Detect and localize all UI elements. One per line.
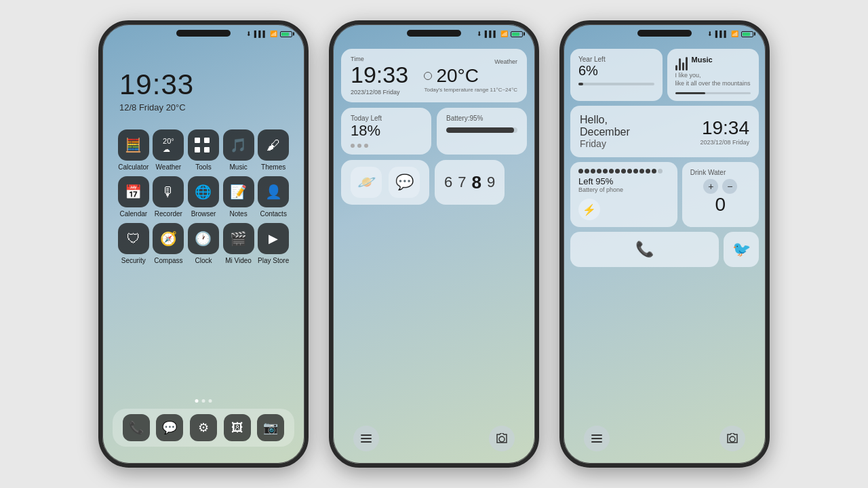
flash-icon: ⚡: [578, 199, 600, 220]
clock-icon: 🕐: [188, 223, 219, 254]
app-tools[interactable]: Tools: [186, 129, 221, 171]
year-progress-fill: [578, 83, 583, 85]
app-recorder[interactable]: 🎙 Recorder: [151, 176, 186, 218]
music-header: Music: [675, 56, 751, 70]
widget-date: 2023/12/08 Friday: [351, 89, 408, 96]
page-dot-2: [202, 399, 205, 403]
time-section-p3: 19:34 2023/12/08 Friday: [700, 117, 749, 146]
calculator-label: Calculator: [118, 163, 149, 171]
app-music[interactable]: 🎵 Music: [221, 129, 256, 171]
app-playstore[interactable]: ▶ Play Store: [256, 223, 291, 264]
dock-messages[interactable]: 💬: [156, 414, 183, 441]
app-calendar[interactable]: 📅 Calendar: [116, 176, 151, 218]
app-security[interactable]: 🛡 Security: [116, 223, 151, 264]
app-calculator[interactable]: 🧮 Calculator: [116, 129, 151, 171]
chat-app-icon[interactable]: 💬: [389, 167, 420, 198]
dock-camera[interactable]: 📷: [257, 414, 284, 441]
dot-3: [364, 144, 368, 148]
menu-button-3[interactable]: [584, 426, 610, 451]
signal-icon: ▌▌▌: [254, 30, 267, 37]
bdot-1: [578, 169, 583, 174]
bdot-14: [658, 169, 663, 174]
today-dots: [351, 144, 422, 148]
mivideo-icon: 🎬: [223, 223, 254, 254]
p3-clock: 19:34: [700, 117, 749, 139]
drink-minus-button[interactable]: −: [722, 179, 737, 194]
signal-icon-2: ▌▌▌: [485, 30, 498, 37]
bdot-9: [627, 169, 632, 174]
phone3-bottom-bar: [564, 426, 766, 451]
dock-settings[interactable]: ⚙: [190, 414, 217, 441]
app-clock[interactable]: 🕐 Clock: [186, 223, 221, 264]
battery-title: Battery:95%: [446, 115, 517, 122]
temp-range: Today's temperature range 11°C~24°C: [424, 87, 517, 93]
hello-time-widget: Hello, December Friday 19:34 2023/12/08 …: [570, 106, 759, 157]
app-mivideo[interactable]: 🎬 Mi Video: [221, 223, 256, 264]
widget-clock: 19:33: [351, 62, 408, 87]
app-contacts[interactable]: 👤 Contacts: [256, 176, 291, 218]
svg-point-7: [730, 436, 735, 442]
themes-label: Themes: [261, 163, 285, 171]
contacts-icon: 👤: [258, 176, 289, 207]
planet-app-icon[interactable]: 🪐: [351, 167, 382, 198]
recorder-icon: 🎙: [153, 176, 184, 207]
dock-phone[interactable]: 📞: [123, 414, 150, 441]
wifi-icon-3: 📶: [731, 30, 738, 37]
bdot-13: [652, 169, 656, 174]
weather-icon: 20°☁: [153, 129, 184, 161]
music-progress-fill: [675, 92, 706, 94]
browser-label: Browser: [191, 210, 216, 218]
bdot-6: [609, 169, 614, 174]
num-7: 7: [458, 174, 466, 191]
tools-icon: [188, 129, 219, 161]
bdot-11: [639, 169, 644, 174]
app-weather[interactable]: 20°☁ Weather: [151, 129, 186, 171]
status-icons-1: ⬇ ▌▌▌ 📶: [246, 30, 292, 37]
phone-social-icon[interactable]: 📞: [570, 232, 719, 267]
calendar-icon: 📅: [118, 176, 149, 207]
drink-plus-button[interactable]: +: [703, 179, 718, 194]
calculator-icon: 🧮: [118, 129, 149, 161]
p1-date: 12/8 Friday 20°C: [119, 102, 186, 113]
music-line2: like it all over the mountains: [675, 80, 751, 87]
app-notes[interactable]: 📝 Notes: [221, 176, 256, 218]
apps-numbers-row: 🪐 💬 6 7 8 9: [341, 160, 527, 205]
battery-icons-row: ⚡: [578, 199, 669, 220]
menu-button-2[interactable]: [353, 426, 379, 451]
page-dot-1: [195, 399, 199, 403]
music-info: Music: [692, 56, 713, 64]
bluetooth-icon-3: ⬇: [707, 30, 713, 37]
tools-label: Tools: [195, 163, 211, 171]
app-browser[interactable]: 🌐 Browser: [186, 176, 221, 218]
hello-text: Hello,: [580, 114, 630, 126]
num-8: 8: [472, 172, 481, 193]
svg-rect-6: [591, 441, 602, 443]
temp-value: 20°C: [436, 65, 479, 87]
app-row-2: 📅 Calendar 🎙 Recorder 🌐 Browser 📝 Notes …: [116, 176, 291, 218]
app-icons-widget: 🪐 💬: [341, 160, 429, 205]
app-themes[interactable]: 🖌 Themes: [256, 129, 291, 171]
bdot-7: [615, 169, 620, 174]
camera-button-2[interactable]: [489, 426, 515, 451]
phone3-content: Year Left 6% Music: [564, 43, 766, 464]
num-6: 6: [444, 174, 452, 191]
svg-rect-2: [361, 441, 372, 443]
wifi-icon: 📶: [270, 30, 277, 37]
camera-button-3[interactable]: [719, 426, 745, 451]
twitter-social-icon[interactable]: 🐦: [724, 232, 759, 267]
battery-big-widget: Left 95% Battery of phone ⚡: [570, 162, 677, 227]
browser-icon: 🌐: [188, 176, 219, 207]
music-label: Music: [230, 163, 248, 171]
battery-status-icon: [280, 31, 292, 37]
p3-row3: Left 95% Battery of phone ⚡ Drink Water …: [570, 162, 759, 227]
notes-icon: 📝: [223, 176, 254, 207]
year-progress-bar: [578, 83, 654, 85]
dock-gallery[interactable]: 🖼: [224, 414, 251, 441]
music-title: Music: [692, 56, 713, 64]
app-compass[interactable]: 🧭 Compass: [151, 223, 186, 264]
phone1-content: 19:33 12/8 Friday 20°C 🧮 Calculator 20°☁…: [102, 24, 304, 464]
notch-1: [176, 30, 231, 37]
security-icon: 🛡: [118, 223, 149, 254]
p3-date: 2023/12/08 Friday: [700, 139, 749, 146]
bar4: [686, 57, 688, 70]
